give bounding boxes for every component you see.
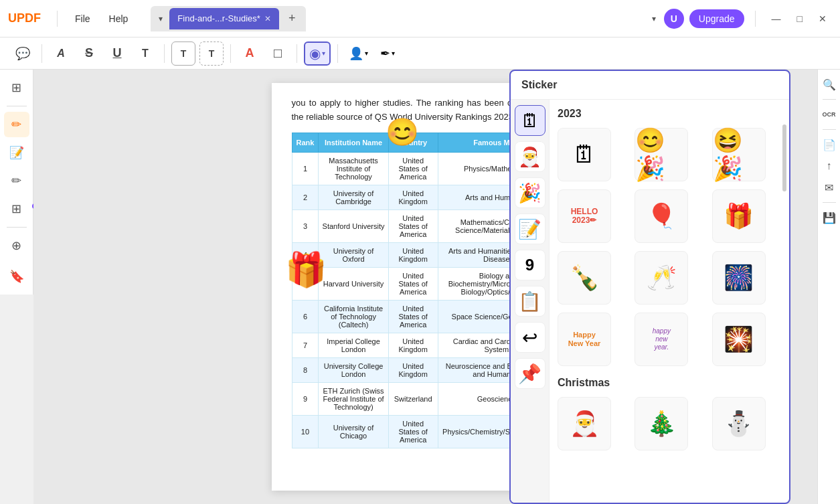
ocr-button[interactable]: OCR [820,105,839,124]
table-cell-country: United States of America [388,152,438,185]
search-button[interactable]: 🔍 [820,75,839,94]
title-divider [57,11,58,27]
sidebar-comment-button[interactable]: 📝 [4,140,29,165]
sidebar-layers-button[interactable]: ⊕ [4,233,29,258]
sidebar-highlight-button[interactable]: ✏ [4,112,29,137]
content-area: you to apply to higher studies. The rank… [33,70,817,504]
sticker-cat-party[interactable]: 🎉 [515,177,545,208]
table-cell-name: Harvard University [319,267,388,300]
tab-close-button[interactable]: ✕ [264,14,271,23]
app-logo: UPDF [8,11,41,25]
sticker-cat-pin[interactable]: 📌 [515,358,545,389]
maximize-button[interactable]: □ [792,11,808,27]
table-cell-country: United Kingdom [388,242,438,267]
menu-file[interactable]: File [68,11,97,27]
upgrade-label: Upgrade [699,13,735,24]
comment-tool-button[interactable]: 💬 [11,41,35,66]
sticker-champagne[interactable]: 🍾 [558,251,611,305]
sticker-santa-hat[interactable]: 🎄 [635,397,688,450]
sticker-santa[interactable]: 🎅 [558,397,611,450]
sticker-balloon[interactable]: 🎈 [635,189,688,243]
sticker-snowman[interactable]: ⛄ [712,397,766,450]
sticker-grid-2023: 🗓 😊🎉 😆🎉 HELLO2023✏ 🎈 [558,128,781,366]
underline-tool-button[interactable]: U [105,41,129,66]
sticker-happy-face-hat[interactable]: 😊🎉 [635,128,688,181]
file-info-button[interactable]: 📄 [820,135,839,154]
left-sidebar: ⊞ ✏ 📝 ✏ ⊞ ⊕ 🔖 [0,70,33,295]
sticker-fireworks[interactable]: 🎆 [712,251,766,305]
user-avatar[interactable]: U [664,9,684,29]
sidebar-organize-button[interactable]: ⊞ [4,196,29,222]
tab-prev-arrow[interactable]: ▾ [156,11,165,26]
person-tool-button[interactable]: 👤 ▾ [345,44,372,64]
table-cell-rank: 3 [292,209,319,242]
table-cell-rank: 9 [292,382,319,415]
table-header-rank: Rank [292,133,319,152]
new-tab-button[interactable]: + [283,11,301,25]
sticker-happy-new-year-script[interactable]: happynewyear. [635,313,688,366]
sticker-hello-2023[interactable]: HELLO2023✏ [558,189,611,243]
sticker-section-2023-title: 2023 [558,108,781,120]
save-cloud-button[interactable]: 💾 [820,208,839,227]
toolbar-divider-5 [337,44,338,63]
sticker-grid-christmas: 🎅 🎄 ⛄ [558,397,781,450]
sticker-icon: ◉ [309,46,321,62]
email-button[interactable]: ✉ [820,178,839,197]
sidebar-edit-button[interactable]: ✏ [4,168,29,193]
minimize-button[interactable]: — [766,11,786,27]
sidebar-bookmark-button[interactable]: 🔖 [4,264,29,289]
close-button[interactable]: ✕ [813,11,832,27]
right-divider-2 [823,129,836,130]
sticker-gift-box[interactable]: 🎁 [712,189,766,243]
menu-help[interactable]: Help [102,11,135,27]
right-sidebar: 🔍 OCR 📄 ↑ ✉ 💾 [817,70,840,504]
table-cell-name: University of Chicago [319,415,388,448]
sticker-grinning-hat[interactable]: 😆🎉 [712,128,766,181]
sidebar-divider-1 [7,106,27,106]
gift-sticker[interactable]: 🎁 [285,250,327,289]
table-cell-country: Switzerland [388,382,438,415]
main-area: ⊞ ✏ 📝 ✏ ⊞ ⊕ 🔖 you to apply to higher stu… [0,70,840,504]
upgrade-button[interactable]: Upgrade [689,9,744,28]
sticker-cheers[interactable]: 🥂 [635,251,688,305]
shape-tool-button[interactable]: □ [266,41,290,66]
text3-tool-button[interactable]: T [199,41,224,66]
pen-icon: ✒ [380,46,390,61]
pen-tool-button[interactable]: ✒ ▾ [376,44,399,64]
sticker-sparkler[interactable]: 🎇 [712,313,766,366]
tab-item[interactable]: Find-and-...r-Studies* ✕ [169,8,279,29]
sticker-cat-christmas[interactable]: 🎅 [515,141,545,172]
sticker-cat-number[interactable]: 9 [515,250,545,280]
table-cell-country: United States of America [388,415,438,448]
tab-dropdown-arrow[interactable]: ▾ [649,11,659,26]
toolbar: 💬 A S U T T T A □ ◉ ▾ 👤 ▾ ✒ ▾ [0,37,840,70]
win-divider [755,11,756,27]
strikethrough-tool-button[interactable]: S [77,41,101,66]
table-cell-name: University College London [319,357,388,382]
sticker-cat-doc[interactable]: 📋 [515,286,545,317]
sticker-cat-2023[interactable]: 🗓 [515,105,545,136]
title-bar: UPDF File Help ▾ Find-and-...r-Studies* … [0,0,840,37]
left-sidebar-container: ⊞ ✏ 📝 ✏ ⊞ ⊕ 🔖 [0,70,33,504]
table-cell-country: United Kingdom [388,357,438,382]
table-cell-country: United Kingdom [388,185,438,209]
extract-button[interactable]: ↑ [820,157,839,175]
highlight-tool-button[interactable]: A [49,41,73,66]
sticker-cat-note[interactable]: 📝 [515,214,545,244]
table-cell-country: United States of America [388,267,438,300]
sticker-scrollbar[interactable] [782,124,786,191]
text-tool-button[interactable]: T [133,41,157,66]
color-tool-button[interactable]: A [238,41,262,66]
table-cell-name: University of Cambridge [319,185,388,209]
text2-tool-button[interactable]: T [171,41,195,66]
sticker-happy-new-year-bunting[interactable]: HappyNew Year [558,313,611,366]
table-cell-name: University of Oxford [319,242,388,267]
sticker-new-year-calendar[interactable]: 🗓 [558,128,611,181]
table-cell-rank: 2 [292,185,319,209]
sticker-tool-button[interactable]: ◉ ▾ [304,41,331,66]
emoji-sticker[interactable]: 😊 [386,116,419,148]
sticker-panel-body: 🗓 🎅 🎉 📝 9 📋 ↩ 📌 2023 🗓 [511,100,789,503]
sticker-cat-arrow[interactable]: ↩ [515,322,545,353]
sidebar-pages-button[interactable]: ⊞ [4,75,29,100]
sticker-section-christmas-title: Christmas [558,377,781,389]
